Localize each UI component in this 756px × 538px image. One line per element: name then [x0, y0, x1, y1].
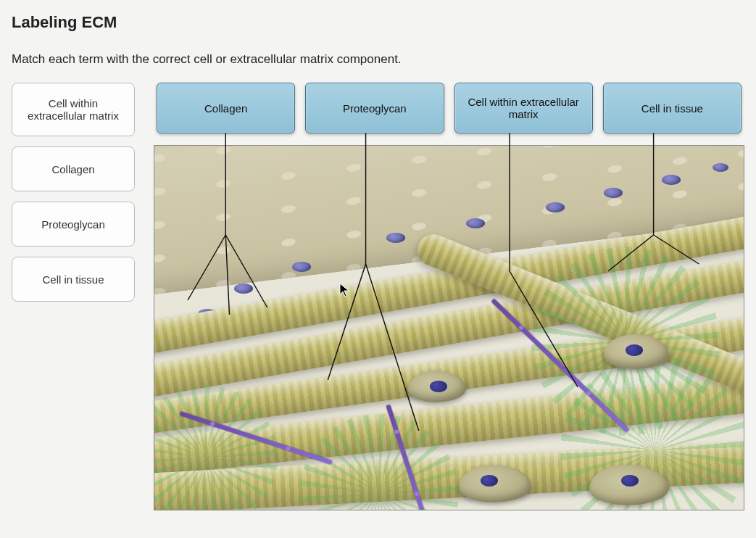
- target-drop-proteoglycan[interactable]: Proteoglycan: [305, 83, 444, 133]
- page-title: Labeling ECM: [12, 13, 744, 32]
- cell-nucleus: [713, 163, 728, 172]
- target-row: Collagen Proteoglycan Cell within extrac…: [154, 83, 744, 133]
- workspace: Cell within extracellular matrix Collage…: [12, 83, 744, 510]
- cell-nucleus: [386, 233, 405, 243]
- cell-nucleus: [662, 175, 681, 185]
- target-drop-cell-ecm[interactable]: Cell within extracellular matrix: [454, 83, 593, 133]
- cursor-icon: [339, 283, 349, 297]
- cell-nucleus: [546, 202, 565, 212]
- target-drop-cell-tissue[interactable]: Cell in tissue: [603, 83, 742, 133]
- ecm-illustration: [154, 145, 744, 510]
- cell-nucleus: [292, 262, 311, 272]
- source-chip[interactable]: Collagen: [12, 146, 135, 191]
- source-chip-column: Cell within extracellular matrix Collage…: [12, 83, 135, 302]
- diagram-area: Collagen Proteoglycan Cell within extrac…: [154, 83, 744, 510]
- target-drop-collagen[interactable]: Collagen: [157, 83, 295, 133]
- instruction-text: Match each term with the correct cell or…: [12, 52, 744, 67]
- source-chip[interactable]: Cell within extracellular matrix: [12, 83, 135, 136]
- cell-nucleus: [466, 218, 485, 228]
- source-chip[interactable]: Cell in tissue: [12, 257, 135, 302]
- source-chip[interactable]: Proteoglycan: [12, 202, 135, 247]
- cell-nucleus: [604, 188, 623, 198]
- cell-nucleus: [234, 284, 253, 294]
